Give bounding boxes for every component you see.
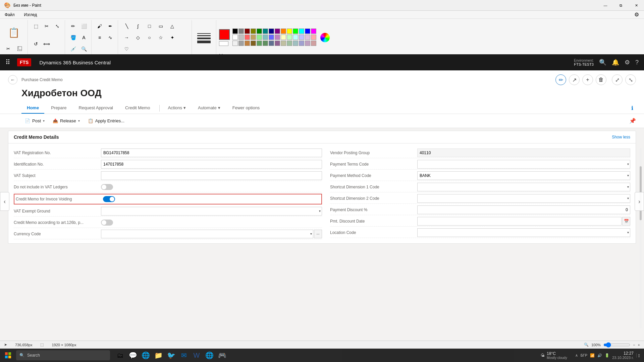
- color-tan[interactable]: [251, 35, 256, 40]
- post-chevron[interactable]: ▾: [43, 119, 45, 123]
- rotate-button[interactable]: ↺: [31, 39, 41, 49]
- color-periwinkle[interactable]: [299, 35, 304, 40]
- taskbar-up-arrow[interactable]: ∧: [575, 353, 578, 358]
- paste-button[interactable]: 📋: [7, 22, 20, 43]
- color-nearwhite[interactable]: [232, 41, 238, 46]
- flip-button[interactable]: ⟺: [41, 39, 52, 49]
- wifi-icon[interactable]: 📶: [590, 353, 595, 358]
- color-brown[interactable]: [245, 41, 250, 46]
- color-thistle[interactable]: [305, 35, 310, 40]
- payment-terms-select[interactable]: [417, 160, 630, 169]
- color2-swatch[interactable]: [219, 41, 228, 46]
- color-cornflower[interactable]: [269, 35, 274, 40]
- color-cyan[interactable]: [299, 28, 304, 34]
- taskbar-folder[interactable]: 📁: [152, 349, 164, 361]
- color-teal[interactable]: [263, 28, 268, 34]
- close-button[interactable]: ✕: [629, 0, 644, 11]
- brush1-button[interactable]: 🖌: [94, 21, 105, 32]
- tab-prepare[interactable]: Prepare: [46, 103, 72, 114]
- color-darkbrown[interactable]: [251, 41, 256, 46]
- taskbar-word[interactable]: W: [191, 349, 203, 361]
- line-tool[interactable]: ╲: [121, 21, 132, 32]
- maximize-button[interactable]: ⧉: [613, 0, 629, 11]
- collapse-button[interactable]: ⤡: [625, 74, 636, 85]
- text-button[interactable]: A: [78, 32, 89, 43]
- vat-ledgers-toggle[interactable]: [101, 184, 113, 190]
- fill-button[interactable]: 🪣: [68, 32, 78, 43]
- currency-select[interactable]: [101, 230, 313, 238]
- rect2-tool[interactable]: ▭: [156, 21, 166, 32]
- taskbar-file-explorer[interactable]: 🗂: [114, 349, 126, 361]
- zoom-slider[interactable]: [603, 342, 630, 348]
- side-nav-prev[interactable]: ‹: [0, 192, 9, 211]
- vat-exempt-select[interactable]: [101, 207, 322, 216]
- tab-credit-memo[interactable]: Credit Memo: [120, 103, 155, 114]
- calendar-button[interactable]: 📅: [622, 217, 630, 226]
- eyedropper-button[interactable]: 💉: [68, 44, 78, 54]
- color-lightgreen[interactable]: [257, 35, 262, 40]
- release-button[interactable]: 📤 Release ▾: [49, 117, 83, 125]
- color-lightred[interactable]: [245, 35, 250, 40]
- color-lightcyan[interactable]: [263, 35, 268, 40]
- taskbar-teams[interactable]: 🐦: [165, 349, 177, 361]
- battery-icon[interactable]: 🔋: [605, 353, 609, 358]
- resize-button[interactable]: ⤡: [52, 21, 63, 32]
- vat-subject-input[interactable]: [101, 171, 322, 180]
- edit-button[interactable]: ✏: [555, 74, 566, 85]
- currency-lookup-button[interactable]: ···: [314, 230, 322, 238]
- post-button[interactable]: 📄 Post ▾: [21, 117, 48, 125]
- size2-button[interactable]: [197, 35, 211, 36]
- taskbar-outlook[interactable]: ✉: [178, 349, 190, 361]
- clock[interactable]: 12:27 23.10.2023 г.: [612, 351, 634, 360]
- identification-input[interactable]: [101, 160, 322, 169]
- cut-button[interactable]: ✂: [3, 43, 13, 54]
- crop-button[interactable]: ✂: [41, 21, 52, 32]
- star-tool[interactable]: ☆: [156, 32, 166, 43]
- color-lavender[interactable]: [275, 35, 280, 40]
- color-silver[interactable]: [238, 35, 244, 40]
- magnify-button[interactable]: 🔍: [78, 44, 89, 54]
- tab-request-approval[interactable]: Request Approval: [73, 103, 118, 114]
- tab-fewer-options[interactable]: Fewer options: [227, 103, 265, 114]
- color-green[interactable]: [257, 28, 262, 34]
- tab-home[interactable]: Home: [21, 103, 44, 114]
- color-white[interactable]: [232, 35, 238, 40]
- triangle-tool[interactable]: △: [167, 21, 178, 32]
- menu-file[interactable]: Файл: [3, 12, 17, 18]
- color-lightyellow[interactable]: [281, 35, 286, 40]
- zoom-minus[interactable]: −: [633, 343, 635, 347]
- credit-memo-voiding-toggle[interactable]: [103, 196, 115, 202]
- color-navy[interactable]: [269, 28, 274, 34]
- ellipse-tool[interactable]: ○: [144, 32, 155, 43]
- color-black[interactable]: [232, 28, 238, 34]
- side-nav-next[interactable]: ›: [635, 192, 644, 211]
- global-search-icon[interactable]: 🔍: [599, 59, 606, 66]
- color-orange[interactable]: [281, 28, 286, 34]
- back-button[interactable]: ←: [8, 75, 17, 84]
- diamond-tool[interactable]: ◇: [133, 32, 144, 43]
- brush3-button[interactable]: ≡: [94, 32, 105, 43]
- color-darkred[interactable]: [245, 28, 250, 34]
- show-less-button[interactable]: Show less: [612, 135, 630, 139]
- share-button[interactable]: ↗: [569, 74, 580, 85]
- notifications-icon[interactable]: 🔔: [612, 59, 619, 66]
- shortcut-dim1-select[interactable]: [417, 183, 630, 191]
- rect-tool[interactable]: □: [144, 21, 155, 32]
- brush4-button[interactable]: ∿: [105, 32, 116, 43]
- color-fern[interactable]: [263, 41, 268, 46]
- pin-button[interactable]: 📌: [629, 118, 636, 124]
- volume-icon[interactable]: 🔊: [597, 353, 602, 358]
- heart-tool[interactable]: ♡: [121, 44, 132, 54]
- vat-registration-input[interactable]: [101, 148, 322, 157]
- color-grayblue[interactable]: [299, 41, 304, 46]
- size4-button[interactable]: [197, 41, 211, 43]
- color-picker-button[interactable]: [320, 33, 330, 42]
- size3-button[interactable]: [197, 38, 211, 39]
- taskbar-edge[interactable]: 🌐: [140, 349, 152, 361]
- location-code-select[interactable]: [417, 228, 630, 237]
- taskbar-browser[interactable]: 🌐: [203, 349, 215, 361]
- zoom-plus[interactable]: +: [638, 343, 640, 347]
- color-pink[interactable]: [311, 35, 316, 40]
- eraser-button[interactable]: ⬜: [78, 21, 89, 32]
- shortcut-dim2-select[interactable]: [417, 194, 630, 203]
